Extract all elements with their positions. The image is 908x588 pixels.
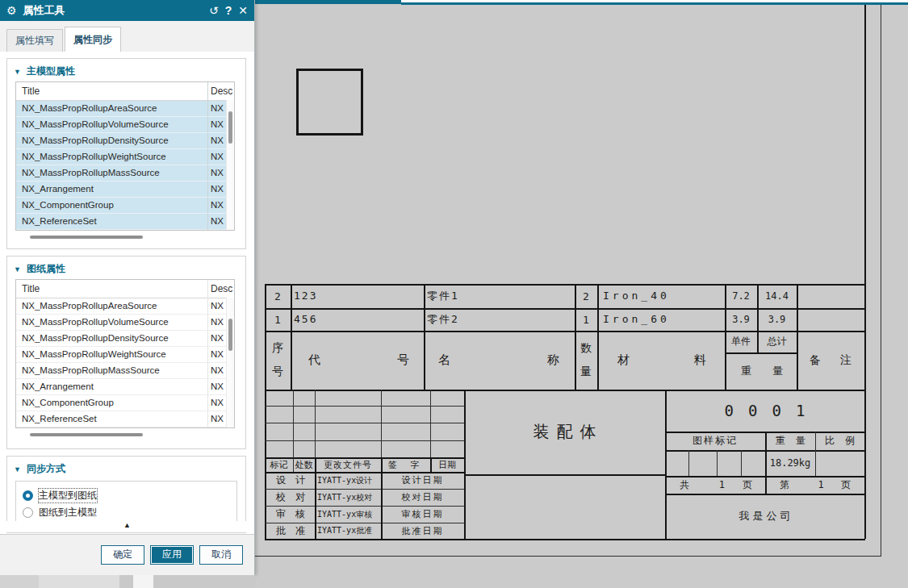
row-desc: NX bbox=[211, 347, 227, 362]
row-desc: NX bbox=[211, 181, 227, 197]
tb-scale-label: 比例 bbox=[825, 432, 855, 450]
grid-line bbox=[381, 390, 382, 457]
vertical-scrollbar[interactable] bbox=[226, 100, 234, 230]
radio-drawing-to-master[interactable]: 图纸到主模型 bbox=[23, 504, 230, 521]
chevron-down-icon: ▼ bbox=[14, 465, 21, 473]
tb-mark-label: 图样标记 bbox=[665, 432, 765, 450]
group-title: 同步方式 bbox=[27, 462, 65, 476]
row-title: NX_ComponentGroup bbox=[16, 395, 228, 411]
row-title: NX_MassPropRollupAreaSource bbox=[16, 101, 228, 116]
table-row[interactable]: NX_MassPropRollupMassSourceNX bbox=[16, 363, 228, 379]
tb-weight-value: 18.29kg bbox=[765, 450, 815, 476]
table-row[interactable]: NX_MassPropRollupMassSourceNX bbox=[16, 165, 228, 181]
table-row[interactable]: NX_ComponentGroupNX bbox=[16, 395, 228, 411]
table-row[interactable]: NX_ArrangementNX bbox=[16, 181, 228, 198]
tb-drawing-no: 0001 bbox=[665, 390, 864, 432]
chevron-down-icon: ▼ bbox=[14, 265, 21, 273]
tb-sign-label: 校对 bbox=[276, 489, 305, 506]
row-title: NX_ComponentGroup bbox=[16, 198, 228, 213]
help-icon[interactable]: ? bbox=[225, 0, 232, 21]
tb-sign-label: 设计 bbox=[276, 472, 305, 489]
col-header-title: Title bbox=[16, 283, 40, 294]
row-title: NX_MassPropRollupVolumeSource bbox=[16, 315, 228, 330]
row-desc: NX bbox=[211, 198, 227, 213]
bom-cell-total-weight: 14.4 bbox=[757, 284, 797, 308]
table-row[interactable]: NX_MassPropRollupWeightSourceNX bbox=[16, 149, 228, 165]
bom-header-total: 总计 bbox=[757, 331, 797, 352]
row-title: NX_Arrangement bbox=[16, 181, 228, 197]
row-desc: NX bbox=[211, 331, 227, 346]
tb-rev-count: 处数 bbox=[293, 457, 315, 472]
table-row[interactable]: NX_ComponentGroupNX bbox=[16, 198, 228, 214]
row-title: NX_ReferenceSet bbox=[16, 214, 228, 229]
group-header[interactable]: ▼ 同步方式 bbox=[7, 457, 245, 479]
tab-property-fill[interactable]: 属性填写 bbox=[6, 29, 63, 52]
table-row[interactable]: NX_ArrangementNX bbox=[16, 379, 228, 395]
sheet-border bbox=[881, 5, 881, 556]
row-desc: NX bbox=[211, 133, 227, 148]
bom-cell-qty: 2 bbox=[575, 284, 597, 308]
apply-button[interactable]: 应用 bbox=[150, 545, 194, 565]
grid-line bbox=[265, 406, 464, 407]
gear-icon: ⚙ bbox=[6, 0, 17, 21]
radio-unselected-icon[interactable] bbox=[23, 507, 33, 518]
tb-sign-date: 设计日期 bbox=[381, 472, 464, 489]
radio-master-to-drawing[interactable]: 主模型到图纸 bbox=[23, 487, 230, 504]
table-row[interactable]: NX_MassPropRollupVolumeSourceNX bbox=[16, 315, 228, 331]
row-desc: NX bbox=[211, 298, 227, 314]
row-desc: NX bbox=[211, 363, 227, 378]
collapse-arrow[interactable]: ▲ bbox=[0, 521, 254, 532]
table-row[interactable]: NX_ReferenceSetNX bbox=[16, 214, 228, 230]
tb-company: 我是公司 bbox=[665, 494, 864, 539]
button-row: 确定 应用 取消 bbox=[0, 534, 254, 574]
vertical-scrollbar[interactable] bbox=[226, 298, 234, 427]
row-desc: NX bbox=[211, 315, 227, 330]
bom-cell-seq: 2 bbox=[265, 284, 291, 308]
group-master-properties: ▼ 主模型属性 Title Desc NX_MassPropRollupArea… bbox=[6, 58, 246, 249]
table-row[interactable]: NX_ReferenceSetNX bbox=[16, 411, 228, 427]
bom-cell-unit-weight: 7.2 bbox=[725, 284, 757, 308]
dialog-titlebar[interactable]: ⚙ 属性工具 ↺ ? ✕ bbox=[0, 0, 254, 21]
drawing-property-table[interactable]: Title Desc NX_MassPropRollupAreaSourceNX… bbox=[15, 279, 235, 428]
grid-line bbox=[688, 450, 689, 476]
window-strip-teal bbox=[401, 2, 908, 5]
table-row[interactable]: NX_MassPropRollupWeightSourceNX bbox=[16, 347, 228, 363]
scrollbar-thumb[interactable] bbox=[228, 319, 232, 351]
taskbar-segment bbox=[0, 575, 39, 588]
group-header[interactable]: ▼ 图纸属性 bbox=[7, 256, 245, 279]
table-row[interactable]: NX_MassPropRollupDensitySourceNX bbox=[16, 133, 228, 149]
grid-line bbox=[815, 432, 816, 476]
scrollbar-thumb[interactable] bbox=[228, 111, 232, 144]
table-row[interactable]: NX_MassPropRollupAreaSourceNX bbox=[16, 298, 228, 315]
grid-line bbox=[424, 284, 425, 390]
bom-header-material: 材料 bbox=[617, 331, 706, 390]
row-title: NX_MassPropRollupWeightSource bbox=[16, 347, 228, 362]
row-title: NX_MassPropRollupMassSource bbox=[16, 165, 228, 181]
table-row[interactable]: NX_MassPropRollupAreaSourceNX bbox=[16, 101, 228, 117]
row-title: NX_ReferenceSet bbox=[16, 411, 228, 427]
tb-sign-label: 批准 bbox=[276, 523, 305, 539]
taskbar-segment bbox=[133, 575, 153, 588]
close-icon[interactable]: ✕ bbox=[238, 0, 248, 21]
row-desc: NX bbox=[211, 117, 227, 132]
grid-line bbox=[265, 423, 464, 423]
window-tab-strip bbox=[254, 0, 401, 4]
radio-selected-icon[interactable] bbox=[23, 490, 33, 501]
ok-button[interactable]: 确定 bbox=[101, 545, 144, 565]
horizontal-scrollbar[interactable] bbox=[30, 433, 143, 436]
bom-header-unit: 单件 bbox=[725, 331, 757, 352]
tb-rev-date: 日期 bbox=[430, 457, 464, 472]
horizontal-scrollbar[interactable] bbox=[30, 236, 143, 239]
cancel-button[interactable]: 取消 bbox=[199, 545, 243, 565]
group-header[interactable]: ▼ 主模型属性 bbox=[7, 59, 245, 81]
master-property-table[interactable]: Title Desc NX_MassPropRollupAreaSourceNX… bbox=[15, 81, 235, 231]
grid-line bbox=[741, 450, 742, 476]
tb-sign-sig: IYATT-yx校对 bbox=[317, 489, 379, 506]
tb-sign-date: 审核日期 bbox=[381, 506, 464, 523]
table-row[interactable]: NX_MassPropRollupDensitySourceNX bbox=[16, 331, 228, 347]
tab-property-sync[interactable]: 属性同步 bbox=[65, 27, 121, 52]
radio-label: 主模型到图纸 bbox=[39, 489, 97, 503]
table-row[interactable]: NX_MassPropRollupVolumeSourceNX bbox=[16, 117, 228, 133]
reset-icon[interactable]: ↺ bbox=[209, 0, 219, 21]
table-header: Title Desc bbox=[16, 280, 234, 298]
